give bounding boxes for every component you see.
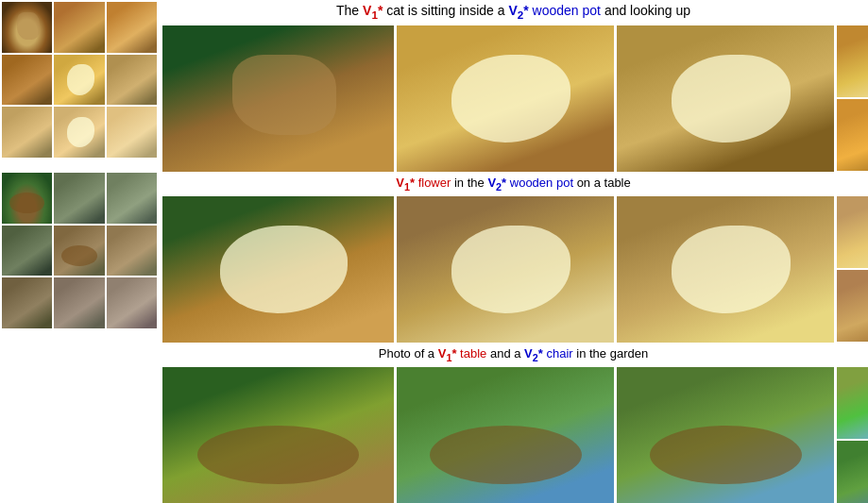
caption-row2-suffix: on a table [577, 176, 631, 190]
ref-thumb-5 [54, 55, 104, 106]
caption-row1-middle: is sitting inside a [408, 3, 509, 18]
caption-row1: The V1* cat is sitting inside a V2* wood… [162, 2, 864, 23]
caption-row2-in-the: in the [454, 176, 487, 190]
ref-thumb-16 [2, 277, 52, 328]
gen-img-row1-2 [397, 25, 614, 172]
gen-img-row3-small-group [837, 367, 868, 503]
caption-row1-v2-label: wooden pot [533, 3, 601, 18]
right-column: The V1* cat is sitting inside a V2* wood… [159, 0, 868, 503]
gen-img-row2-3 [617, 196, 834, 343]
gen-img-row3-4b [837, 441, 868, 503]
ref-thumb-8 [54, 107, 104, 158]
ref-thumb-18 [107, 277, 157, 328]
image-row2 [162, 196, 864, 343]
gen-img-row1-4b [837, 99, 868, 171]
image-row1 [162, 25, 864, 172]
caption-row3-v2: V2* [524, 346, 543, 360]
ref-thumb-7 [2, 107, 52, 158]
gen-img-row3-4a [837, 367, 868, 439]
left-top-reference-grid [2, 2, 157, 158]
caption-row1-v1: V1* [363, 3, 383, 18]
ref-thumb-2 [54, 2, 104, 53]
main-container: The V1* cat is sitting inside a V2* wood… [0, 0, 868, 503]
caption-row3-v1-label: table [460, 346, 486, 360]
left-column [0, 0, 159, 503]
caption-row3-and: and a [490, 346, 524, 360]
gen-img-row2-4b [837, 270, 868, 342]
caption-row1-prefix: The [336, 3, 363, 18]
gen-img-row1-3 [617, 25, 834, 172]
ref-thumb-3 [107, 2, 157, 53]
ref-thumb-11 [54, 173, 104, 224]
gen-img-row2-2 [397, 196, 614, 343]
gen-img-row3-2 [397, 367, 614, 503]
caption-row2-v2-label: wooden pot [510, 176, 573, 190]
caption-row3-prefix: Photo of a [379, 346, 438, 360]
ref-thumb-12 [107, 173, 157, 224]
ref-thumb-6 [107, 55, 157, 106]
ref-thumb-17 [54, 277, 104, 328]
gen-img-row1-small-group [837, 25, 868, 172]
left-bottom-reference-grid [2, 173, 157, 328]
gen-img-row1-1 [162, 25, 394, 172]
caption-row1-v1-label: cat [386, 3, 404, 18]
caption-row2-v1-label: flower [418, 176, 451, 190]
ref-thumb-14 [54, 226, 104, 277]
ref-thumb-1 [2, 2, 52, 53]
caption-row3-v1: V1* [438, 346, 457, 360]
caption-row3-v2-label: chair [546, 346, 572, 360]
caption-row2: V1* flower in the V2* wooden pot on a ta… [162, 175, 864, 194]
caption-row3: Photo of a V1* table and a V2* chair in … [162, 345, 864, 365]
gen-img-row3-1 [162, 367, 394, 503]
gen-img-row2-small-group [837, 196, 868, 343]
ref-thumb-4 [2, 55, 52, 106]
gen-img-row2-4a [837, 196, 868, 268]
gen-img-row2-1 [162, 196, 394, 343]
image-row3 [162, 367, 864, 503]
ref-thumb-13 [2, 226, 52, 277]
caption-row1-v2: V2* [508, 3, 528, 18]
caption-row3-suffix: in the garden [576, 346, 648, 360]
gen-img-row1-4a [837, 25, 868, 97]
ref-thumb-15 [107, 226, 157, 277]
gen-img-row3-3 [617, 367, 834, 503]
caption-row2-v1: V1* [396, 176, 415, 190]
caption-row2-v2: V2* [487, 176, 506, 190]
ref-thumb-10 [2, 173, 52, 224]
caption-row1-suffix: and looking up [604, 3, 690, 18]
ref-thumb-9 [107, 107, 157, 158]
